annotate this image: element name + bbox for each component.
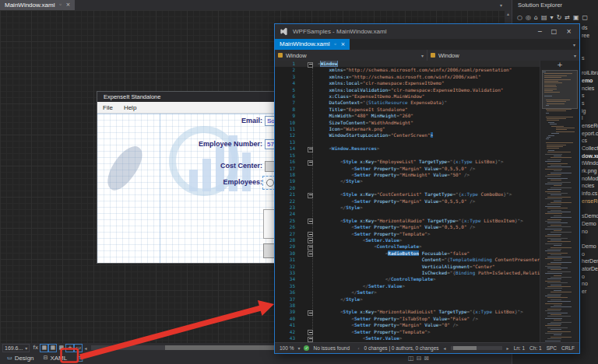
popout-xaml-button[interactable]: ◳ [76,355,83,362]
code-line[interactable]: 7 DataContext="{StaticResource ExpenseDa… [275,100,579,106]
code-line[interactable]: 24 [275,211,579,217]
code-line[interactable]: 25 <Style x:Key="HorizontalRadio" Target… [275,218,579,224]
close-icon[interactable]: × [341,39,346,50]
floating-window-titlebar[interactable]: WPFSamples - MainWindow.xaml ─ □ × [275,24,579,39]
code-line[interactable]: 4 xmlns:local="clr-namespace:ExpenseItDe… [275,80,579,86]
code-line[interactable]: 28 <Setter.Value> [275,237,579,243]
tab-list-dropdown-icon[interactable]: ▾ [500,2,502,8]
code-line[interactable]: 21 <Style x:Key="CostCenterList" TargetT… [275,191,579,198]
snap-to-grid-icon[interactable]: ▦ [49,345,56,352]
code-line[interactable]: 37 </Style> [275,296,579,303]
code-line[interactable]: 10 SizeToContent="WidthAndHeight" [275,120,579,126]
code-line[interactable]: 20 [275,185,579,191]
no-issues-icon[interactable]: ✓ [304,345,309,351]
code-line[interactable]: 16 <Style x:Key="EmployeeList" TargetTyp… [275,159,579,165]
collapse-icon[interactable] [308,337,313,342]
code-line[interactable]: 17 <Setter Property="Margin" Value="0,5,… [275,166,579,172]
code-line[interactable]: 23 </Style> [275,205,579,211]
source-control-changes[interactable]: 0 changes | 0 authors, 0 changes [364,345,439,351]
code-line[interactable]: 27 <Setter Property="Template"> [275,231,579,237]
code-line[interactable]: 15 [275,152,579,159]
code-line[interactable]: 2 xmlns="http://schemas.microsoft.com/wi… [275,67,579,73]
code-line[interactable]: 34 </ControlTemplate> [275,276,579,282]
scrollbar-thumb[interactable] [453,346,477,350]
tab-mainwindow-xaml-active[interactable]: MainWindow.xaml ◦ × [275,39,350,50]
code-line[interactable]: 38 [275,303,579,309]
collapse-pane-icon[interactable]: ⊠ [424,355,429,362]
code-line[interactable]: 33 IsChecked="{Binding Path=IsSelected,R… [275,270,579,276]
code-line[interactable]: 36 </Setter> [275,289,579,296]
floating-editor-window[interactable]: WPFSamples - MainWindow.xaml ─ □ × MainW… [274,23,580,354]
chevron-down-icon[interactable]: ▾ [421,53,424,58]
code-line[interactable]: 31 Content="{TemplateBinding ContentPres… [275,257,579,263]
expenseit-design-window[interactable]: ExpenseIt Standalone File Help Email: So… [97,92,277,263]
code-line[interactable]: 35 </Setter.Value> [275,283,579,289]
collapse-all-icon[interactable]: ▣ [573,14,579,21]
maximize-button[interactable]: □ [551,28,558,35]
menu-help[interactable]: Help [124,104,136,111]
scroll-up-icon[interactable]: ▴ [507,11,509,16]
forward-icon[interactable]: ◎ [526,14,531,21]
tab-design[interactable]: ▭ Design [4,352,37,364]
code-line[interactable]: 42 <Setter Property="Template"> [275,329,579,335]
code-line[interactable]: 6 x:Class="ExpenseItDemo.MainWindow" [275,93,579,100]
code-line[interactable]: 41 <Setter Property="Margin" Value="0" /… [275,322,579,328]
editor-horizontal-scrollbar[interactable] [451,346,502,350]
code-line[interactable]: 19 </Style> [275,178,579,184]
code-line[interactable]: 8 Title="ExpenseIt Standalone" [275,107,579,113]
vertical-split-icon[interactable]: ◫ [408,355,414,362]
snap-to-snaplines-icon[interactable]: + [66,345,73,352]
zoom-dropdown-icon[interactable]: ▾ [25,345,27,352]
issues-text[interactable]: No issues found [313,345,350,351]
employees-radio[interactable] [266,179,274,187]
eol-indicator[interactable]: CRLF [561,345,575,351]
sync-with-active-icon[interactable]: ⇄ [565,14,570,21]
code-line[interactable]: 40 <Setter Property="IsTabStop" Value="F… [275,316,579,322]
code-line[interactable]: 18 <Setter Property="MinHeight" Value="5… [275,172,579,178]
editor-minimap[interactable]: + [540,61,579,343]
refresh-icon[interactable]: ↻ [557,14,562,21]
horizontal-split-icon[interactable]: ⊟ [417,355,422,362]
tab-xaml[interactable]: ⊟ XAML [40,352,71,364]
code-line[interactable]: 39 <Style x:Key="HorizontalRadioList" Ta… [275,309,579,315]
close-icon[interactable]: × [66,0,71,10]
code-line[interactable]: 11 Icon="Watermark.png" [275,126,579,132]
minimize-button[interactable]: ─ [538,28,542,35]
effects-icon[interactable]: fx [32,345,39,352]
code-line[interactable]: 32 VerticalAlignment="Center" [275,264,579,270]
nav-element-dropdown-left[interactable]: Window ▾ [275,50,427,61]
code-line[interactable]: 1<Window [275,61,579,67]
code-line[interactable]: 30 <RadioButton Focusable="false" [275,250,579,257]
code-line[interactable]: 9 MinWidth="480" MinHeight="260" [275,113,579,119]
zoom-dropdown-icon[interactable]: ▾ [297,345,300,351]
show-snap-grid-icon[interactable]: ▦ [40,345,47,352]
code-line[interactable]: 14 <Window.Resources> [275,145,579,152]
toggle-artboard-icon[interactable]: ▩ [58,345,65,352]
tab-mainwindow-xaml[interactable]: MainWindow.xaml ◦ × [0,0,75,10]
spaces-indicator[interactable]: SPC [547,345,557,351]
home-icon[interactable]: ⌂ [534,14,538,21]
code-line[interactable]: 22 <Setter Property="Margin" Value="0,5,… [275,198,579,205]
code-line[interactable]: 13 [275,139,579,145]
menu-file[interactable]: File [103,104,113,111]
code-line[interactable]: 3 xmlns:x="http://schemas.microsoft.com/… [275,74,579,80]
close-button[interactable]: × [566,28,572,35]
scroll-left-icon[interactable]: ◂ [444,345,446,351]
pin-icon[interactable]: ◦ [58,0,62,10]
split-editor-icon[interactable]: + [540,61,579,68]
pin-icon[interactable]: ◦ [333,39,336,50]
scroll-right-icon[interactable]: ▸ [507,345,509,351]
zoom-combobox[interactable]: 169.6... ▾ [2,344,30,352]
tab-list-dropdown-icon[interactable]: ▾ [573,42,575,47]
scroll-left-icon[interactable]: ◂ [84,345,86,351]
chevron-down-icon[interactable]: ▾ [574,53,576,58]
xaml-code-editor[interactable]: 1<Window2 xmlns="http://schemas.microsof… [275,61,579,343]
code-line[interactable]: 5 xmlns:localValidation="clr-namespace:E… [275,87,579,93]
code-line[interactable]: 12 WindowStartupLocation="CenterScreen"> [275,132,579,138]
disable-project-code-icon[interactable]: ▭ [75,345,82,352]
code-line[interactable]: 26 <Setter Property="Margin" Value="0,5,… [275,224,579,230]
code-line[interactable]: 29 <ControlTemplate> [275,243,579,250]
switch-views-icon[interactable]: ▤ [541,14,547,21]
changes-chevron-icon[interactable]: ‹ [357,345,359,351]
code-line[interactable]: 43 <Setter.Value> [275,335,579,341]
